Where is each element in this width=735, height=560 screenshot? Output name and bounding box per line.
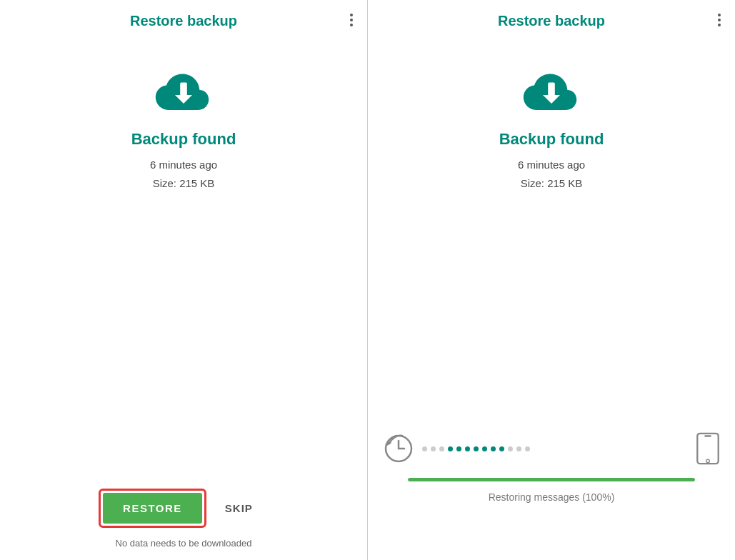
progress-dots-track: [415, 446, 695, 451]
left-panel-bottom: RESTORE SKIP No data needs to be downloa…: [0, 489, 367, 560]
right-cloud-icon: [523, 68, 580, 117]
svg-rect-3: [548, 83, 555, 97]
right-panel-title: Restore backup: [498, 13, 605, 29]
track-dot: [465, 446, 470, 451]
left-backup-found-label: Backup found: [131, 130, 236, 149]
track-dot: [482, 446, 487, 451]
right-more-options-button[interactable]: [715, 11, 724, 29]
left-backup-time: 6 minutes ago Size: 215 KB: [150, 156, 217, 192]
track-dot: [499, 446, 504, 451]
left-more-options-button[interactable]: [347, 11, 356, 29]
left-cloud-icon: [155, 68, 212, 117]
progress-bar-fill: [408, 478, 696, 481]
action-buttons-row: RESTORE SKIP: [99, 489, 269, 528]
track-dot: [491, 446, 496, 451]
left-panel-header: Restore backup: [0, 0, 367, 39]
track-dot: [508, 446, 513, 451]
no-download-label: No data needs to be downloaded: [116, 538, 252, 549]
track-dot: [439, 446, 444, 451]
right-backup-found-label: Backup found: [499, 130, 604, 149]
right-backup-meta: 6 minutes ago Size: 215 KB: [518, 156, 585, 192]
track-dot: [516, 446, 521, 451]
track-dot: [448, 446, 453, 451]
right-panel-header: Restore backup: [368, 0, 735, 39]
skip-button[interactable]: SKIP: [209, 489, 269, 528]
restoring-label: Restoring messages (100%): [489, 491, 615, 503]
phone-icon: [695, 432, 721, 465]
svg-point-11: [706, 459, 710, 463]
track-dot: [474, 446, 479, 451]
track-dot: [422, 446, 427, 451]
track-dot: [431, 446, 436, 451]
svg-rect-1: [180, 83, 187, 97]
progress-section: Restoring messages (100%): [368, 432, 735, 503]
restore-button-highlight: RESTORE: [99, 489, 206, 528]
progress-bar: [408, 478, 696, 481]
left-panel: Restore backup Backup found 6 minutes ag…: [0, 0, 367, 560]
transfer-animation-row: [382, 432, 721, 465]
restore-button[interactable]: RESTORE: [103, 493, 202, 524]
right-panel: Restore backup Backup found 6 minutes ag…: [368, 0, 735, 560]
left-panel-title: Restore backup: [130, 13, 237, 29]
track-dot: [456, 446, 461, 451]
history-icon: [382, 432, 415, 465]
track-dot: [525, 446, 530, 451]
